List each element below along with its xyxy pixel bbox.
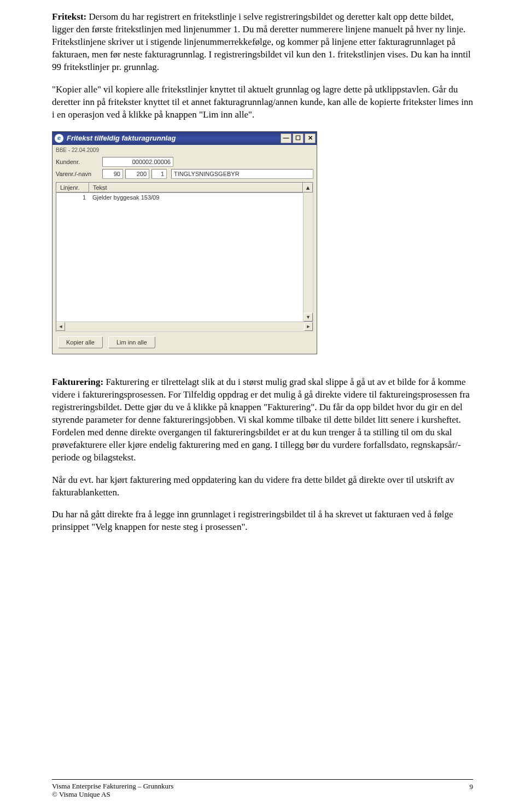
- grid: Linjenr. Tekst ▲ 1 Gjelder byggesak 153/…: [56, 182, 313, 332]
- grid-header-tekst[interactable]: Tekst: [89, 183, 303, 192]
- page-footer: Visma Enterprise Fakturering – Grunnkurs…: [52, 779, 473, 799]
- field-varenavn[interactable]: TINGLYSNINGSGEBYR: [171, 169, 313, 179]
- paragraph-oppdatering: Når du evt. har kjørt fakturering med op…: [52, 474, 473, 499]
- scroll-up-button[interactable]: ▲: [303, 183, 313, 192]
- window-title: Fritekst tilfeldig fakturagrunnlag: [67, 133, 281, 143]
- grid-header-linjenr[interactable]: Linjenr.: [56, 183, 89, 192]
- window-body: BBE - 22.04.2009 Kundenr. 000002.00006 V…: [52, 145, 317, 354]
- grid-header: Linjenr. Tekst ▲: [56, 183, 313, 193]
- chevron-left-icon: ◄: [59, 323, 63, 330]
- field-vare3[interactable]: 1: [151, 169, 167, 179]
- horizontal-scrollbar[interactable]: ◄ ►: [56, 322, 313, 331]
- label-varenr: Varenr./-navn: [56, 170, 102, 178]
- scroll-left-button[interactable]: ◄: [56, 322, 65, 331]
- app-icon: e: [55, 134, 63, 143]
- footer-line2: © Visma Unique AS: [52, 790, 173, 799]
- vertical-scrollbar[interactable]: ▼: [303, 192, 313, 322]
- maximize-button[interactable]: ☐: [293, 133, 304, 143]
- minimize-button[interactable]: —: [281, 133, 291, 143]
- grid-body: 1 Gjelder byggesak 153/09: [56, 193, 313, 322]
- scroll-right-button[interactable]: ►: [304, 322, 313, 331]
- window-subheader: BBE - 22.04.2009: [56, 147, 313, 154]
- app-window: e Fritekst tilfeldig fakturagrunnlag — ☐…: [52, 131, 317, 355]
- chevron-up-icon: ▲: [305, 184, 311, 192]
- paragraph-fritekst: Fritekst: Dersom du har registrert en fr…: [52, 11, 473, 74]
- paragraph-prinsipp: Du har nå gått direkte fra å legge inn g…: [52, 509, 473, 534]
- chevron-right-icon: ►: [306, 323, 311, 330]
- page-number: 9: [470, 782, 474, 792]
- field-kundenr[interactable]: 000002.00006: [102, 157, 173, 167]
- label-fritekst: Fritekst:: [52, 11, 86, 22]
- scroll-down-button[interactable]: ▼: [304, 313, 313, 322]
- button-row: Kopier alle Lim inn alle: [56, 332, 313, 349]
- footer-line1: Visma Enterprise Fakturering – Grunnkurs: [52, 782, 173, 791]
- paragraph-kopier-alle: "Kopier alle" vil kopiere alle fritekstl…: [52, 84, 473, 121]
- chevron-down-icon: ▼: [306, 314, 311, 320]
- cell-tekst: Gjelder byggesak 153/09: [89, 193, 313, 202]
- paragraph-fakturering: Fakturering: Fakturering er tilrettelagt…: [52, 376, 473, 464]
- field-vare1[interactable]: 90: [102, 169, 123, 179]
- close-button[interactable]: ✕: [305, 133, 316, 143]
- label-fakturering: Fakturering:: [52, 377, 103, 387]
- titlebar: e Fritekst tilfeldig fakturagrunnlag — ☐…: [52, 132, 317, 145]
- text-fakturering: Fakturering er tilrettelagt slik at du i…: [52, 377, 470, 463]
- table-row[interactable]: 1 Gjelder byggesak 153/09: [56, 193, 313, 202]
- field-vare2[interactable]: 200: [125, 169, 149, 179]
- row-kundenr: Kundenr. 000002.00006: [56, 157, 313, 167]
- cell-linjenr: 1: [56, 193, 89, 202]
- kopier-alle-button[interactable]: Kopier alle: [58, 336, 103, 348]
- label-kundenr: Kundenr.: [56, 158, 102, 166]
- lim-inn-alle-button[interactable]: Lim inn alle: [108, 336, 155, 348]
- row-varenr: Varenr./-navn 90 200 1 TINGLYSNINGSGEBYR: [56, 169, 313, 179]
- text-fritekst: Dersom du har registrert en fritekstlinj…: [52, 11, 471, 72]
